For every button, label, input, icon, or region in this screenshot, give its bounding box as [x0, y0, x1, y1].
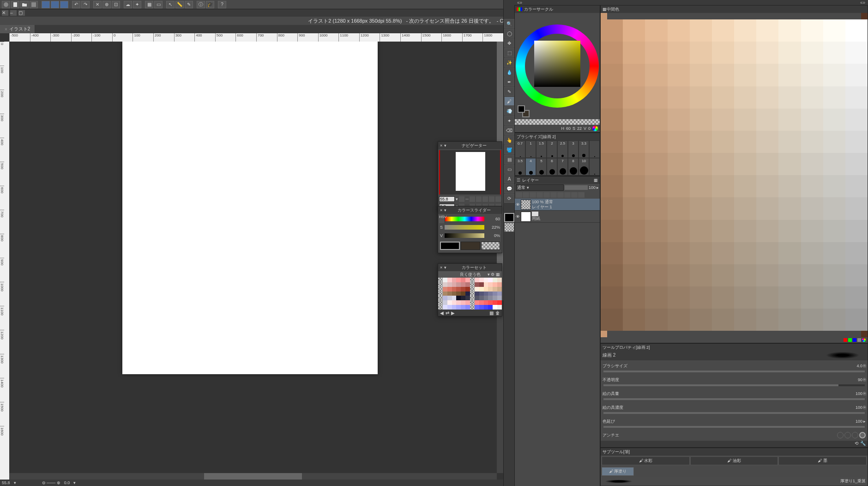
- intermediate-swatch[interactable]: [645, 197, 667, 219]
- intermediate-swatch[interactable]: [601, 19, 623, 42]
- intermediate-swatch[interactable]: [712, 19, 734, 42]
- nav-b-icon[interactable]: [495, 196, 501, 202]
- colorset-swatch[interactable]: [438, 300, 443, 305]
- brush-size-cell[interactable]: 10: [579, 158, 589, 176]
- opacity-value[interactable]: 90: [850, 377, 862, 382]
- colorset-swatch[interactable]: [443, 287, 447, 292]
- colorset-swatch[interactable]: [470, 305, 475, 310]
- val-slider[interactable]: [445, 233, 484, 238]
- intermediate-swatch[interactable]: [734, 286, 756, 309]
- intermediate-swatch[interactable]: [645, 286, 667, 309]
- brush-size-cell[interactable]: 1: [525, 140, 536, 158]
- intermediate-swatch[interactable]: [778, 153, 801, 175]
- intermediate-swatch[interactable]: [801, 19, 823, 42]
- zoom-in-icon[interactable]: [470, 196, 475, 202]
- intermediate-swatch[interactable]: [823, 109, 845, 131]
- colorset-swatch[interactable]: [443, 300, 447, 305]
- intermediate-swatch[interactable]: [756, 64, 778, 86]
- intermediate-swatch[interactable]: [690, 197, 712, 219]
- intermediate-swatch[interactable]: [734, 242, 756, 264]
- intermediate-swatch[interactable]: [734, 64, 756, 86]
- colorset-swatch[interactable]: [465, 292, 470, 296]
- colorset-swatch[interactable]: [452, 296, 457, 300]
- brush-size-cell[interactable]: 1.5: [536, 140, 547, 158]
- intermediate-swatch[interactable]: [823, 309, 845, 331]
- colorset-swatch[interactable]: [438, 292, 443, 296]
- sat-slider[interactable]: [445, 225, 484, 230]
- colorset-swatch[interactable]: [488, 296, 493, 300]
- intermediate-swatch[interactable]: [623, 309, 645, 331]
- intermediate-swatch[interactable]: [623, 175, 645, 197]
- colorset-swatch[interactable]: [484, 282, 488, 287]
- psd-icon-1[interactable]: [42, 1, 50, 8]
- colorset-swatch[interactable]: [447, 282, 452, 287]
- intermediate-swatch[interactable]: [823, 86, 845, 109]
- intermediate-swatch[interactable]: [756, 153, 778, 175]
- intermediate-swatch[interactable]: [623, 131, 645, 153]
- intermediate-swatch[interactable]: [801, 42, 823, 64]
- intermediate-swatch[interactable]: [845, 86, 868, 109]
- colorset-swatch[interactable]: [493, 296, 497, 300]
- intermediate-swatch[interactable]: [601, 286, 623, 309]
- intermediate-swatch[interactable]: [823, 64, 845, 86]
- intermediate-swatch[interactable]: [801, 109, 823, 131]
- intermediate-swatch[interactable]: [778, 242, 801, 264]
- intermediate-swatch[interactable]: [601, 197, 623, 219]
- intermediate-swatch[interactable]: [601, 175, 623, 197]
- close-icon[interactable]: ✕: [2, 10, 8, 16]
- brush-size-cell[interactable]: 6: [547, 158, 557, 176]
- intermediate-swatch[interactable]: [734, 175, 756, 197]
- document-tab[interactable]: × イラスト2: [0, 25, 35, 33]
- intermediate-swatch[interactable]: [712, 42, 734, 64]
- intermediate-swatch[interactable]: [712, 153, 734, 175]
- intermediate-swatch[interactable]: [734, 42, 756, 64]
- inter-swatch-a[interactable]: [601, 13, 607, 19]
- intermediate-swatch[interactable]: [712, 175, 734, 197]
- subtool-tab-oil[interactable]: 🖌 油彩: [690, 456, 778, 465]
- panel-collapse-icon[interactable]: ▾: [444, 143, 446, 148]
- intermediate-swatch[interactable]: [734, 264, 756, 286]
- lasso-tool-icon[interactable]: ◯: [504, 29, 514, 38]
- intermediate-swatch[interactable]: [668, 153, 690, 175]
- colorset-swatch[interactable]: [479, 305, 484, 310]
- intermediate-swatch[interactable]: [756, 109, 778, 131]
- sv-picker[interactable]: [534, 41, 580, 87]
- pen-tool-icon[interactable]: ✒: [504, 77, 514, 86]
- colorset-swatch[interactable]: [475, 296, 479, 300]
- link-icon[interactable]: ⎘: [863, 364, 866, 368]
- colorset-swatch[interactable]: [484, 300, 488, 305]
- intermediate-swatch[interactable]: [734, 131, 756, 153]
- size-slider[interactable]: [603, 371, 865, 372]
- intermediate-swatch[interactable]: [668, 264, 690, 286]
- intermediate-swatch[interactable]: [823, 131, 845, 153]
- intermediate-swatch[interactable]: [712, 64, 734, 86]
- intermediate-swatch[interactable]: [801, 309, 823, 331]
- brush-size-cell[interactable]: [589, 140, 600, 158]
- colorset-swatch[interactable]: [484, 305, 488, 310]
- transparent-swatch[interactable]: [481, 242, 500, 250]
- intermediate-swatch[interactable]: [801, 86, 823, 109]
- lock-icon[interactable]: [516, 192, 522, 198]
- ref-icon[interactable]: [536, 192, 543, 198]
- brush-size-cell[interactable]: 3: [568, 140, 579, 158]
- intermediate-swatch[interactable]: [801, 197, 823, 219]
- link-icon[interactable]: ⎘: [863, 391, 866, 396]
- colorset-swatch[interactable]: [461, 300, 465, 305]
- intermediate-swatch[interactable]: [623, 86, 645, 109]
- figure-tool-icon[interactable]: ▭: [504, 164, 514, 174]
- intermediate-swatch[interactable]: [601, 153, 623, 175]
- colorset-swatch[interactable]: [470, 300, 475, 305]
- link-icon[interactable]: ⎘: [863, 405, 866, 410]
- colorset-swatch[interactable]: [488, 278, 493, 282]
- airbrush-tool-icon[interactable]: 💨: [504, 106, 514, 115]
- colorset-swatch[interactable]: [461, 292, 465, 296]
- layer-row[interactable]: 👁 100 % 通常 レイヤー 1: [515, 199, 600, 211]
- intermediate-swatch[interactable]: [645, 309, 667, 331]
- pencil-tool-icon[interactable]: ✎: [504, 87, 514, 96]
- colorset-swatch[interactable]: [465, 296, 470, 300]
- brush-size-cell[interactable]: 0.7: [515, 140, 525, 158]
- intermediate-swatch[interactable]: [668, 197, 690, 219]
- intermediate-swatch[interactable]: [668, 309, 690, 331]
- intermediate-swatch[interactable]: [690, 153, 712, 175]
- intermediate-swatch[interactable]: [801, 220, 823, 242]
